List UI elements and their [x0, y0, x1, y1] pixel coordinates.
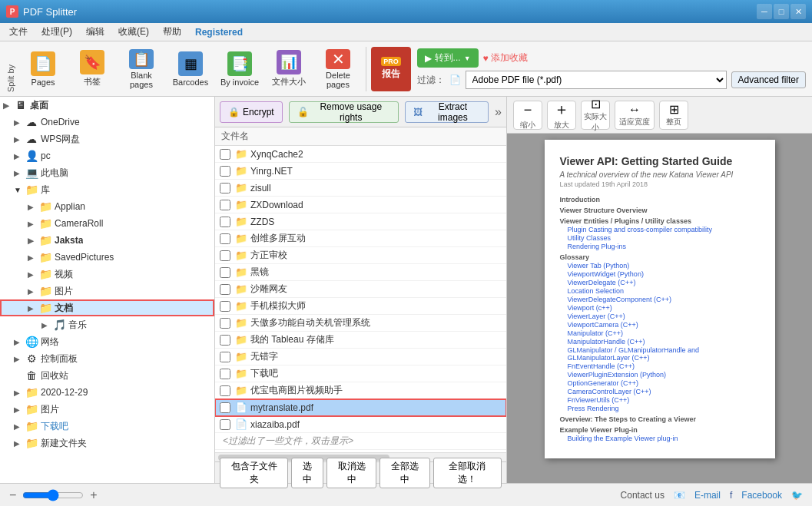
toc-entry[interactable]: ViewerLayer (C++)	[560, 313, 760, 320]
file-checkbox[interactable]	[220, 402, 230, 413]
toc-entry[interactable]: FnEventHandle (C++)	[560, 362, 760, 370]
preview-content[interactable]: Viewer API: Getting Started Guide A tech…	[507, 134, 812, 483]
file-row[interactable]: 📁 Yinrg.NET	[215, 163, 506, 180]
deselect-button[interactable]: 取消选中	[326, 458, 376, 488]
file-checkbox[interactable]	[220, 352, 230, 362]
file-row[interactable]: 📁 无错字	[215, 349, 506, 365]
toc-entry[interactable]: Viewer Tab (Python)	[560, 262, 760, 270]
encrypt-button[interactable]: 🔒 Encrypt	[220, 101, 283, 123]
tree-item-video[interactable]: ▶ 📁 视频	[0, 266, 214, 283]
file-checkbox[interactable]	[220, 369, 230, 379]
deselect-all-button[interactable]: 全部取消选！	[433, 458, 502, 488]
file-checkbox[interactable]	[220, 166, 230, 177]
toc-entry[interactable]: Utility Classes	[560, 234, 760, 242]
tree-item-newfolder[interactable]: ▶ 📁 新建文件夹	[0, 435, 214, 451]
toc-entry[interactable]: FnViewerUtils (C++)	[560, 396, 760, 404]
toc-entry[interactable]: ViewerDelegate (C++)	[560, 279, 760, 286]
tb-bookmarks-button[interactable]: 🔖 书签	[69, 47, 115, 91]
toc-entry[interactable]: ViewportCamera (C++)	[560, 321, 760, 329]
tree-item-music[interactable]: ▶ 🎵 音乐	[0, 316, 214, 333]
minimize-button[interactable]: ─	[757, 4, 772, 19]
fit-width-button[interactable]: ↔ 适应宽度	[615, 101, 655, 130]
file-row[interactable]: 📁 沙雕网友	[215, 281, 506, 298]
tree-item-2020[interactable]: ▶ 📁 2020-12-29	[0, 384, 214, 401]
toc-entry[interactable]: Location Selection	[560, 287, 760, 295]
toc-entry[interactable]: ViewportWidget (Python)	[560, 270, 760, 278]
file-checkbox[interactable]	[220, 233, 230, 244]
menu-file[interactable]: 文件	[3, 24, 34, 40]
toc-entry[interactable]: Viewport (c++)	[560, 304, 760, 312]
file-checkbox[interactable]	[220, 250, 230, 261]
extract-images-button[interactable]: 🖼 Extract images	[405, 101, 489, 123]
tree-item-pictures[interactable]: ▶ 📁 图片	[0, 283, 214, 299]
more-button[interactable]: »	[495, 105, 502, 119]
tree-item-documents[interactable]: ▶ 📁 文档	[0, 299, 214, 316]
file-checkbox[interactable]	[220, 335, 230, 346]
toc-entry[interactable]: OptionGenerator (C++)	[560, 379, 760, 387]
zoom-slider[interactable]	[22, 489, 84, 501]
menu-edit[interactable]: 编辑	[80, 24, 111, 40]
file-checkbox[interactable]	[220, 419, 230, 430]
toc-entry[interactable]: GLManipulator / GLManipulatorHandle and …	[560, 346, 760, 362]
file-row[interactable]: 📁 下载吧	[215, 365, 506, 382]
file-checkbox[interactable]	[220, 318, 230, 329]
file-checkbox[interactable]	[220, 284, 230, 295]
menu-favorites[interactable]: 收藏(E)	[112, 24, 155, 40]
zoom-out-button[interactable]: － 缩小	[513, 101, 542, 130]
tree-item-desktop[interactable]: ▶ 🖥 桌面	[0, 97, 214, 114]
file-checkbox[interactable]	[220, 183, 230, 193]
toc-entry[interactable]: ViewerPluginExtension (Python)	[560, 371, 760, 379]
fit-page-button[interactable]: ⊞ 整页	[659, 101, 688, 130]
file-checkbox[interactable]	[220, 217, 230, 227]
file-row[interactable]: 📁 ZXDownload	[215, 197, 506, 213]
toc-entry[interactable]: CameraControlLayer (C++)	[560, 388, 760, 395]
file-list-body[interactable]: 📁 XynqCache2 📁 Yinrg.NET 📁 zisull 📁 ZXDo…	[215, 146, 506, 452]
close-button[interactable]: ✕	[790, 4, 806, 19]
tree-item-cameraroll[interactable]: ▶ 📁 CameraRoll	[0, 215, 214, 232]
tb-delete-button[interactable]: ✕ Delete pages	[315, 47, 361, 91]
file-row[interactable]: 📁 方正审校	[215, 247, 506, 264]
toc-entry[interactable]: Rendering Plug-ins	[560, 243, 760, 250]
file-row[interactable]: 📄 xiazaiba.pdf	[215, 416, 506, 433]
file-row[interactable]: 📁 创维多屏互动	[215, 230, 506, 247]
file-checkbox[interactable]	[220, 301, 230, 312]
tree-item-pictures2[interactable]: ▶ 📁 图片	[0, 401, 214, 418]
file-row-selected[interactable]: 📄 mytranslate.pdf	[215, 399, 506, 416]
add-bookmark-button[interactable]: ♥ 添加收藏	[483, 51, 528, 64]
remove-rights-button[interactable]: 🔓 Remove usage rights	[289, 101, 399, 123]
goto-button[interactable]: ▶ 转到... ▼	[417, 48, 479, 68]
tree-item-applian[interactable]: ▶ 📁 Applian	[0, 198, 214, 215]
tb-blank-button[interactable]: 📋 Blank pages	[118, 47, 164, 91]
tree-item-onedrive[interactable]: ▶ ☁ OneDrive	[0, 114, 214, 131]
file-row[interactable]: 📁 ZZDS	[215, 213, 506, 230]
toc-entry[interactable]: ManipulatorHandle (C++)	[560, 338, 760, 346]
zoom-decrease-button[interactable]: −	[9, 488, 16, 502]
file-checkbox[interactable]	[220, 149, 230, 160]
tree-item-mypc[interactable]: ▶ 💻 此电脑	[0, 164, 214, 181]
tb-filesize-button[interactable]: 📊 文件大小	[266, 47, 312, 91]
tree-item-savedpictures[interactable]: ▶ 📁 SavedPictures	[0, 249, 214, 266]
tree-item-recycle[interactable]: 🗑 回收站	[0, 367, 214, 384]
tb-barcodes-button[interactable]: ▦ Barcodes	[167, 47, 214, 91]
toc-entry[interactable]: Building the Example Viewer plug-in	[560, 435, 760, 442]
tree-item-jaksta[interactable]: ▶ 📁 Jaksta	[0, 232, 214, 249]
filter-select[interactable]: Adobe PDF file (*.pdf)	[466, 71, 727, 89]
tb-invoice-button[interactable]: 📑 By invoice	[217, 47, 263, 91]
file-row[interactable]: 📁 天傲多功能自动关机管理系统	[215, 315, 506, 332]
toc-entry[interactable]: Plugin Casting and cross-compiler compat…	[560, 226, 760, 233]
file-row[interactable]: 📁 我的 Tableau 存储库	[215, 332, 506, 349]
advanced-filter-button[interactable]: Advanced filter	[731, 71, 806, 88]
zoom-in-button[interactable]: ＋ 放大	[547, 101, 576, 130]
file-row[interactable]: 📁 XynqCache2	[215, 146, 506, 163]
file-checkbox[interactable]	[220, 267, 230, 278]
tree-item-download[interactable]: ▶ 📁 下载吧	[0, 418, 214, 435]
include-subfolders-button[interactable]: 包含子文件夹	[220, 458, 288, 488]
file-row[interactable]: 📁 黑镜	[215, 264, 506, 281]
zoom-increase-button[interactable]: +	[90, 488, 97, 502]
tb-pages-button[interactable]: 📄 Pages	[20, 47, 66, 91]
file-row[interactable]: 📁 优宝电商图片视频助手	[215, 382, 506, 399]
report-button[interactable]: PRO 报告	[371, 47, 411, 91]
file-row[interactable]: 📁 手机模拟大师	[215, 298, 506, 315]
menu-help[interactable]: 帮助	[157, 24, 187, 40]
file-checkbox[interactable]	[220, 385, 230, 396]
